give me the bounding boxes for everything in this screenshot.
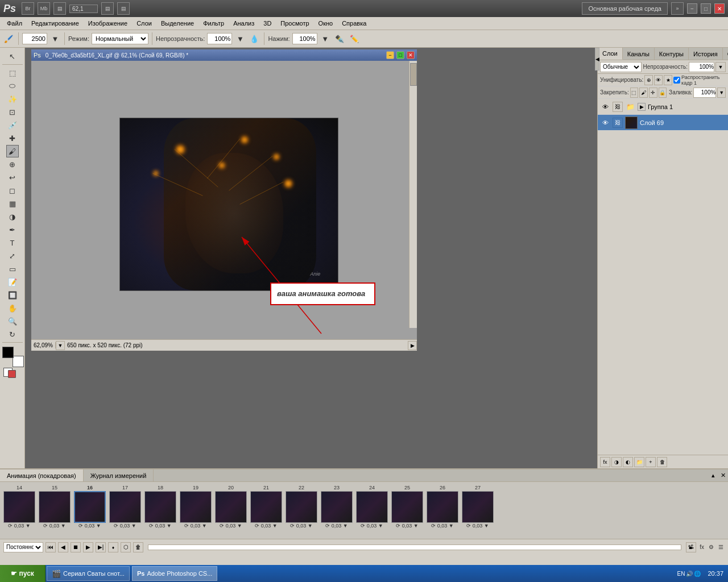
menu-window[interactable]: Окно: [314, 19, 338, 28]
frame-thumb-21[interactable]: [250, 491, 282, 523]
frame-thumb-24[interactable]: [356, 491, 388, 523]
doc-maximize-btn[interactable]: □: [396, 51, 404, 59]
network-icon[interactable]: 🌐: [694, 571, 701, 577]
layer-link-2[interactable]: ⛓: [613, 118, 623, 128]
mini-bridge-btn[interactable]: Mb: [38, 2, 50, 15]
anim-frame-18[interactable]: 18 ⟳ 0,03 ▼: [143, 484, 177, 537]
zoom-tool[interactable]: 🔍: [6, 315, 19, 327]
play-btn[interactable]: ▶: [83, 542, 93, 552]
tab-paths[interactable]: Контуры: [655, 48, 689, 60]
shape-tool[interactable]: ▭: [6, 263, 19, 275]
panel-collapse-btn[interactable]: ◀: [595, 48, 599, 70]
quick-mask-area[interactable]: [2, 367, 23, 380]
heal-tool[interactable]: ✚: [6, 132, 19, 144]
frame-delay-16[interactable]: ⟳ 0,03 ▼: [78, 523, 101, 529]
lock-position-btn[interactable]: ✛: [649, 88, 657, 98]
start-button[interactable]: ☛ пуск: [0, 565, 46, 582]
frame-delay-24[interactable]: ⟳ 0,03 ▼: [361, 523, 383, 529]
animation-progress-bar[interactable]: [148, 544, 681, 550]
anim-frame-17[interactable]: 17 ⟳ 0,03 ▼: [108, 484, 142, 537]
hand-tool[interactable]: ✋: [6, 302, 19, 314]
menu-image[interactable]: Изображение: [84, 19, 132, 28]
system-clock[interactable]: 20:37: [703, 570, 728, 577]
frame-delay-27[interactable]: ⟳ 0,03 ▼: [466, 523, 489, 529]
tab-measurements[interactable]: Журнал измерений: [84, 469, 154, 481]
animation-extra-btn[interactable]: ⚙: [708, 544, 715, 550]
opacity-options-btn[interactable]: ▼: [715, 62, 726, 72]
scroll-right-btn[interactable]: ▶: [408, 341, 417, 350]
document-canvas[interactable]: Anie ваша анимашка готова: [31, 61, 417, 339]
document-titlebar[interactable]: Ps 0_76e0b_d3a5bf16_XL.gif @ 62,1% (Слой…: [31, 49, 417, 61]
lock-all-btn[interactable]: 🔒: [659, 88, 667, 98]
brush-size-input[interactable]: [22, 33, 47, 44]
crop-tool[interactable]: ⊡: [6, 106, 19, 118]
frame-delay-22[interactable]: ⟳ 0,03 ▼: [290, 523, 312, 529]
add-layer-btn[interactable]: +: [646, 457, 656, 467]
options-btn2[interactable]: ▤: [117, 2, 130, 15]
close-btn[interactable]: ✕: [714, 3, 725, 14]
menu-edit[interactable]: Редактирование: [27, 19, 84, 28]
frame-thumb-25[interactable]: [391, 491, 423, 523]
doc-close-btn[interactable]: ✕: [407, 51, 415, 59]
frame-thumb-27[interactable]: [462, 491, 494, 523]
add-style-btn[interactable]: fx: [600, 457, 610, 467]
frame-delay-20[interactable]: ⟳ 0,03 ▼: [220, 523, 242, 529]
frame-delay-15[interactable]: ⟳ 0,03 ▼: [43, 523, 65, 529]
anim-frame-20[interactable]: 20 ⟳ 0,03 ▼: [214, 484, 248, 537]
anim-frame-22[interactable]: 22 ⟳ 0,03 ▼: [284, 484, 318, 537]
status-dropdown-btn[interactable]: ▼: [56, 341, 65, 350]
background-color[interactable]: [13, 356, 24, 367]
menu-file[interactable]: Файл: [2, 19, 27, 28]
delete-frame-btn[interactable]: 🗑: [133, 542, 143, 552]
eraser-tool[interactable]: ◻: [6, 184, 19, 197]
unify-vis-btn[interactable]: 👁: [654, 75, 663, 85]
opacity-input[interactable]: [207, 33, 232, 44]
lang-indicator[interactable]: EN: [677, 571, 685, 577]
frame-delay-17[interactable]: ⟳ 0,03 ▼: [114, 523, 136, 529]
minimize-btn[interactable]: −: [687, 3, 697, 14]
tween-btn[interactable]: ⬧: [108, 542, 118, 552]
frame-delay-18[interactable]: ⟳ 0,03 ▼: [149, 523, 171, 529]
add-group-btn[interactable]: 📁: [634, 457, 644, 467]
brush-tool-btn[interactable]: 🖌️: [2, 32, 15, 45]
pressure-input[interactable]: [292, 33, 317, 44]
pen-tool[interactable]: ✒: [6, 223, 19, 236]
frame-thumb-15[interactable]: [39, 491, 71, 523]
animation-menu-btn[interactable]: ☰: [717, 544, 725, 550]
tab-channels[interactable]: Каналы: [623, 48, 655, 60]
lock-pixels-btn[interactable]: 🖌: [639, 88, 648, 98]
add-mask-btn[interactable]: ◑: [611, 457, 622, 467]
delete-layer-btn[interactable]: 🗑: [657, 457, 667, 467]
vertical-scrollbar[interactable]: [409, 61, 417, 328]
tab-actions[interactable]: Операции: [723, 48, 728, 60]
frame-thumb-14[interactable]: [3, 491, 35, 523]
menu-help[interactable]: Справка: [337, 19, 371, 28]
lasso-tool[interactable]: ⬭: [6, 80, 19, 92]
anim-frame-23[interactable]: 23 ⟳ 0,03 ▼: [320, 484, 354, 537]
prev-frame-btn[interactable]: ◀: [58, 542, 68, 552]
first-frame-btn[interactable]: ⏮: [46, 542, 56, 552]
taskbar-item-2[interactable]: Ps Adobe Photoshop CS...: [132, 566, 217, 581]
pressure-options-btn[interactable]: ▼: [320, 32, 331, 45]
taskbar-item-1[interactable]: 🎬 Сериал Сваты снот...: [47, 566, 130, 581]
brush-tool[interactable]: 🖌: [6, 145, 19, 157]
frame-thumb-16[interactable]: [74, 491, 106, 523]
menu-filter[interactable]: Фильтр: [198, 19, 229, 28]
tab-animation[interactable]: Анимация (покадровая): [0, 469, 84, 481]
menu-layers[interactable]: Слои: [132, 19, 156, 28]
gradient-tool[interactable]: ▦: [6, 197, 19, 210]
frame-thumb-18[interactable]: [144, 491, 176, 523]
frame-delay-25[interactable]: ⟳ 0,03 ▼: [396, 523, 418, 529]
menu-view[interactable]: Просмотр: [276, 19, 313, 28]
anim-frame-15[interactable]: 15 ⟳ 0,03 ▼: [38, 484, 72, 537]
airbrush-btn[interactable]: 💧: [248, 32, 260, 45]
unify-style-btn[interactable]: ★: [664, 75, 672, 85]
tab-layers[interactable]: Слои: [598, 48, 623, 60]
group-expand-btn[interactable]: ▶: [638, 103, 646, 111]
frame-thumb-26[interactable]: [427, 491, 458, 523]
anim-frame-25[interactable]: 25 ⟳ 0,03 ▼: [390, 484, 424, 537]
stylus-btn[interactable]: ✒️: [333, 32, 346, 45]
convert-video-btn[interactable]: 📽: [686, 542, 696, 552]
mode-select[interactable]: Нормальный: [92, 33, 148, 44]
opacity-options-btn[interactable]: ▼: [234, 32, 246, 45]
